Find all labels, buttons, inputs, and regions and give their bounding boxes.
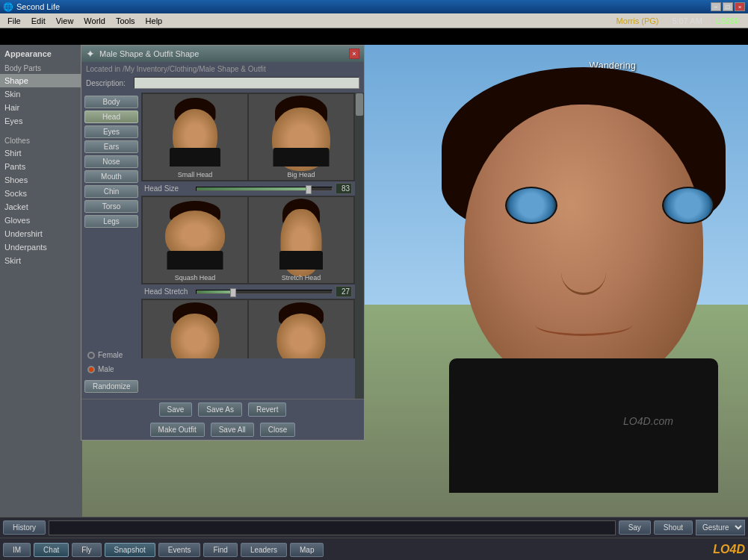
preview-grid-extra xyxy=(141,299,355,358)
im-button[interactable]: IM xyxy=(3,543,31,557)
save-button[interactable]: Save xyxy=(159,402,193,417)
lo4d-logo: LO4D xyxy=(713,543,745,556)
scroll-thumb[interactable] xyxy=(356,93,363,116)
menu-edit[interactable]: Edit xyxy=(27,15,50,27)
menu-help[interactable]: Help xyxy=(141,15,167,27)
body-buttons-panel: Body Head Eyes Ears Nose Mouth Chin Tors… xyxy=(81,93,141,399)
btn-head[interactable]: Head xyxy=(84,111,138,123)
make-outfit-button[interactable]: Make Outfit xyxy=(150,423,205,437)
btn-mouth[interactable]: Mouth xyxy=(84,170,138,183)
preview-big-head: Big Head xyxy=(249,94,353,180)
minimize-button[interactable]: − xyxy=(711,2,721,11)
dialog-title-bar: ✦ Male Shape & Outfit Shape × xyxy=(81,46,364,62)
head-stretch-track[interactable] xyxy=(196,290,333,294)
btn-ears[interactable]: Ears xyxy=(84,140,138,153)
time-display: 5:07 AM xyxy=(666,16,708,25)
history-button[interactable]: History xyxy=(3,520,46,535)
map-button[interactable]: Map xyxy=(290,543,324,557)
sidebar-item-shirt[interactable]: Shirt xyxy=(0,146,82,160)
btn-nose[interactable]: Nose xyxy=(84,155,138,168)
revert-button[interactable]: Revert xyxy=(248,402,286,417)
say-button[interactable]: Say xyxy=(619,520,651,535)
save-as-button[interactable]: Save As xyxy=(198,402,242,417)
gesture-select[interactable]: Gesture xyxy=(696,520,745,535)
char-face xyxy=(464,105,703,388)
sidebar-item-jacket[interactable]: Jacket xyxy=(0,200,82,214)
appearance-dialog: ✦ Male Shape & Outfit Shape × Located in… xyxy=(81,45,365,441)
close-dialog-button[interactable]: Close xyxy=(260,423,296,437)
leaders-button[interactable]: Leaders xyxy=(241,543,287,557)
head-size-thumb[interactable] xyxy=(306,185,312,194)
preview-shirt-1 xyxy=(170,148,220,167)
sidebar-item-shape[interactable]: Shape xyxy=(0,74,82,87)
menu-file[interactable]: File xyxy=(3,15,25,27)
title-bar-left: 🌐 Second Life xyxy=(3,2,60,12)
menu-tools[interactable]: Tools xyxy=(111,15,140,27)
menu-bar: File Edit View World Tools Help Morris (… xyxy=(0,13,748,28)
title-bar: 🌐 Second Life − □ × xyxy=(0,0,748,13)
bottom-toolbar: History Say Shout Gesture Gesture IM Cha… xyxy=(0,517,748,560)
preview-shirt-4 xyxy=(279,251,323,270)
shout-button[interactable]: Shout xyxy=(654,520,693,535)
head-size-value: 83 xyxy=(336,183,352,194)
chat-input[interactable] xyxy=(49,520,616,535)
btn-torso[interactable]: Torso xyxy=(84,200,138,213)
male-label: Male xyxy=(98,365,114,373)
preview-grid-top: Small Head Big Head xyxy=(141,93,355,181)
preview-shirt-3 xyxy=(167,251,223,270)
events-button[interactable]: Events xyxy=(158,543,201,557)
male-radio[interactable] xyxy=(87,366,95,373)
sidebar-item-skin[interactable]: Skin xyxy=(0,87,82,101)
btn-body[interactable]: Body xyxy=(84,96,138,108)
sidebar-item-undershirt[interactable]: Undershirt xyxy=(0,227,82,240)
btn-eyes[interactable]: Eyes xyxy=(84,125,138,138)
save-buttons-row: Save Save As Revert xyxy=(81,399,364,420)
sidebar-item-pants[interactable]: Pants xyxy=(0,160,82,173)
preview-small-head: Small Head xyxy=(143,94,247,180)
head-stretch-thumb[interactable] xyxy=(230,288,236,297)
female-label: Female xyxy=(98,351,123,359)
location-text: Located in /My Inventory/Clothing/Male S… xyxy=(86,65,266,73)
preview-grid-bottom: Squash Head Stretch Head xyxy=(141,196,355,284)
appearance-title: Appearance xyxy=(0,48,82,61)
head-size-track[interactable] xyxy=(196,187,333,191)
close-button[interactable]: × xyxy=(735,2,745,11)
chat-button[interactable]: Chat xyxy=(34,543,69,557)
female-radio[interactable] xyxy=(87,352,95,359)
snapshot-button[interactable]: Snapshot xyxy=(105,543,155,557)
character-body xyxy=(397,60,748,508)
sidebar-item-shoes[interactable]: Shoes xyxy=(0,173,82,187)
preview-label-4: Stretch Head xyxy=(282,274,321,281)
menu-view[interactable]: View xyxy=(52,15,78,27)
user-info: Morris (PG) xyxy=(611,16,665,25)
maximize-button[interactable]: □ xyxy=(723,2,733,11)
char-eye-left xyxy=(505,187,557,224)
menu-world[interactable]: World xyxy=(79,15,110,27)
find-button[interactable]: Find xyxy=(203,543,237,557)
sidebar-item-hair[interactable]: Hair xyxy=(0,101,82,114)
randomize-button[interactable]: Randomize xyxy=(84,380,138,393)
sidebar-item-eyes[interactable]: Eyes xyxy=(0,114,82,128)
sidebar-item-gloves[interactable]: Gloves xyxy=(0,214,82,227)
sidebar-item-socks[interactable]: Socks xyxy=(0,187,82,200)
preview-label-3: Squash Head xyxy=(175,274,216,281)
preview-content: Small Head Big Head Head Size xyxy=(141,93,355,358)
char-nose xyxy=(561,250,606,295)
btn-legs[interactable]: Legs xyxy=(84,215,138,228)
gender-radio-group: Female Male xyxy=(84,349,138,375)
dialog-close-button[interactable]: × xyxy=(349,49,359,59)
btn-chin[interactable]: Chin xyxy=(84,185,138,198)
sidebar-item-skirt[interactable]: Skirt xyxy=(0,254,82,267)
appearance-sidebar: Appearance Body Parts Shape Skin Hair Ey… xyxy=(0,45,82,517)
head-size-label: Head Size xyxy=(144,184,193,193)
scrollbar[interactable] xyxy=(355,93,364,399)
male-radio-row: Male xyxy=(84,364,138,375)
sidebar-item-underpants[interactable]: Underpants xyxy=(0,240,82,254)
save-all-button[interactable]: Save All xyxy=(211,423,254,437)
head-stretch-fill xyxy=(197,290,233,293)
fly-button[interactable]: Fly xyxy=(72,543,101,557)
toolbar-top-row: History Say Shout Gesture Gesture xyxy=(0,517,748,538)
app-title: Second Life xyxy=(16,2,60,11)
description-input[interactable] xyxy=(134,77,359,89)
title-bar-controls[interactable]: − □ × xyxy=(711,2,745,11)
